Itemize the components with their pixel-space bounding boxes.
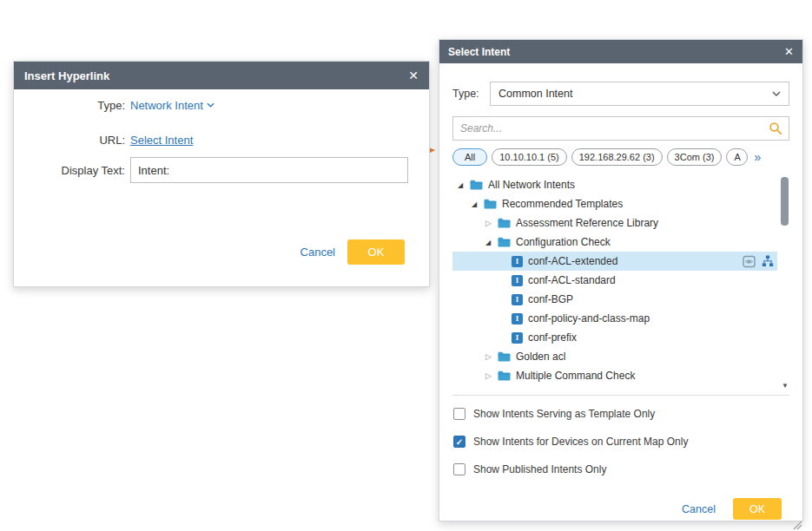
scroll-down-icon[interactable]: ▼: [782, 382, 789, 390]
insert-hyperlink-dialog: Insert Hyperlink ✕ Type: Network Intent …: [13, 61, 430, 287]
tree-node-label: conf-ACL-extended: [528, 255, 617, 267]
checkbox-row[interactable]: Show Intents Serving as Template Only: [453, 407, 789, 421]
tree-node-label: All Network Intents: [488, 179, 575, 191]
tree-node-label: Configuration Check: [516, 236, 611, 248]
type-value: Network Intent: [130, 99, 203, 112]
search-input[interactable]: [453, 117, 769, 140]
search-box: [452, 116, 789, 141]
intent-icon: I: [512, 294, 523, 305]
tree-node-label: conf-BGP: [528, 293, 573, 305]
tree-node-label: Recommended Templates: [502, 198, 623, 210]
intent-type-value: Common Intent: [498, 88, 572, 100]
tree-row[interactable]: ▷Golden acl: [452, 347, 777, 366]
expand-caret-icon[interactable]: ▷: [485, 371, 498, 380]
device-filter-chips: All10.10.10.1 (5)192.168.29.62 (3)3Com (…: [452, 146, 789, 168]
chips-overflow-button[interactable]: »: [754, 150, 761, 164]
device-map-icon[interactable]: [762, 255, 774, 267]
checkbox-label: Show Intents for Devices on Current Map …: [473, 436, 688, 448]
intent-icon: I: [512, 275, 523, 286]
chevron-down-icon: [207, 102, 215, 108]
display-text-row: Display Text:: [14, 157, 429, 183]
insert-hyperlink-buttons: Cancel OK: [300, 239, 405, 265]
tree-node-label: conf-prefix: [528, 331, 577, 344]
intent-type-row: Type: Common Intent: [452, 82, 789, 106]
checkbox-label: Show Intents Serving as Template Only: [473, 408, 655, 420]
view-icon[interactable]: [743, 255, 756, 268]
collapse-caret-icon[interactable]: ◢: [472, 200, 484, 208]
ok-button[interactable]: OK: [347, 239, 405, 265]
scrollbar-thumb[interactable]: [781, 177, 789, 226]
tree-row[interactable]: Iconf-ACL-standard: [452, 271, 777, 290]
url-label: URL:: [14, 134, 125, 147]
checkbox-row[interactable]: ✓Show Intents for Devices on Current Map…: [453, 435, 789, 449]
ok-button[interactable]: OK: [733, 498, 782, 520]
folder-icon: [498, 218, 511, 228]
intent-icon: I: [512, 313, 523, 324]
intent-tree-rows: ◢All Network Intents◢Recommended Templat…: [452, 174, 789, 385]
resize-grip-icon[interactable]: [792, 518, 802, 531]
close-icon[interactable]: ✕: [784, 45, 794, 58]
options-checkboxes: Show Intents Serving as Template Only✓Sh…: [453, 407, 789, 490]
chevron-down-icon: [772, 91, 781, 96]
tree-row-actions: [743, 255, 777, 268]
folder-icon: [470, 180, 483, 190]
folder-icon: [498, 351, 511, 362]
select-intent-titlebar: Select Intent ✕: [439, 40, 802, 63]
filter-chip[interactable]: 3Com (3): [667, 148, 723, 166]
tree-node-label: conf-policy-and-class-map: [528, 312, 650, 324]
display-text-label: Display Text:: [14, 164, 125, 177]
checkbox-checked-icon[interactable]: ✓: [453, 436, 465, 448]
tree-node-label: Golden acl: [516, 351, 565, 363]
search-icon[interactable]: [769, 121, 782, 135]
tree-row[interactable]: ◢Recommended Templates: [452, 194, 777, 213]
tree-row[interactable]: ◢All Network Intents: [452, 175, 777, 194]
type-row: Type: Network Intent: [14, 96, 429, 114]
type-dropdown[interactable]: Network Intent: [130, 99, 215, 112]
insert-hyperlink-titlebar: Insert Hyperlink ✕: [14, 62, 429, 89]
type-label: Type:: [14, 99, 125, 112]
tree-node-label: Multiple Command Check: [516, 370, 635, 382]
tree-row[interactable]: Iconf-BGP: [452, 290, 777, 309]
tree-row[interactable]: ▷Assessment Reference Library: [452, 213, 777, 233]
tree-node-label: conf-ACL-standard: [528, 274, 616, 286]
filter-chip[interactable]: All: [452, 148, 487, 166]
tree-node-label: Assessment Reference Library: [516, 217, 658, 229]
checkbox-row[interactable]: Show Published Intents Only: [453, 462, 789, 476]
intent-icon: I: [512, 332, 523, 344]
insert-hyperlink-title: Insert Hyperlink: [24, 69, 109, 82]
filter-chip[interactable]: A: [726, 148, 748, 166]
cancel-button[interactable]: Cancel: [682, 503, 716, 515]
url-row: URL: Select Intent: [14, 131, 429, 148]
tree-row[interactable]: Iconf-policy-and-class-map: [452, 309, 777, 328]
intent-type-label: Type:: [452, 88, 490, 100]
select-intent-dialog: Select Intent ✕ Type: Common Intent All1…: [439, 39, 803, 521]
checkbox-unchecked-icon[interactable]: [453, 408, 465, 420]
tree-row[interactable]: ◢Configuration Check: [452, 233, 777, 252]
select-intent-link[interactable]: Select Intent: [130, 134, 193, 147]
collapse-caret-icon[interactable]: ◢: [458, 181, 470, 189]
tree-row[interactable]: Iconf-prefix: [452, 328, 777, 347]
folder-icon: [484, 199, 497, 209]
tree-row[interactable]: Iconf-ACL-extended: [452, 252, 777, 271]
screenshot-canvas: Insert Hyperlink ✕ Type: Network Intent …: [0, 0, 812, 531]
checkbox-label: Show Published Intents Only: [473, 463, 606, 475]
intent-tree: ◢All Network Intents◢Recommended Templat…: [452, 174, 789, 396]
filter-chip[interactable]: 10.10.10.1 (5): [492, 148, 567, 166]
checkbox-unchecked-icon[interactable]: [453, 463, 465, 475]
tree-row[interactable]: ▷Multiple Command Check: [452, 366, 777, 385]
select-intent-title: Select Intent: [448, 46, 510, 58]
collapse-caret-icon[interactable]: ◢: [485, 239, 498, 246]
cancel-button[interactable]: Cancel: [300, 246, 335, 259]
intent-icon: I: [512, 256, 523, 267]
display-text-input[interactable]: [130, 157, 408, 183]
folder-icon: [498, 237, 511, 247]
folder-icon: [498, 370, 511, 381]
intent-type-select[interactable]: Common Intent: [490, 82, 789, 106]
expand-caret-icon[interactable]: ▷: [485, 352, 498, 361]
filter-chip[interactable]: 192.168.29.62 (3): [571, 148, 663, 166]
close-icon[interactable]: ✕: [408, 69, 419, 82]
expand-caret-icon[interactable]: ▷: [485, 219, 498, 227]
select-intent-buttons: Cancel OK: [682, 498, 782, 520]
